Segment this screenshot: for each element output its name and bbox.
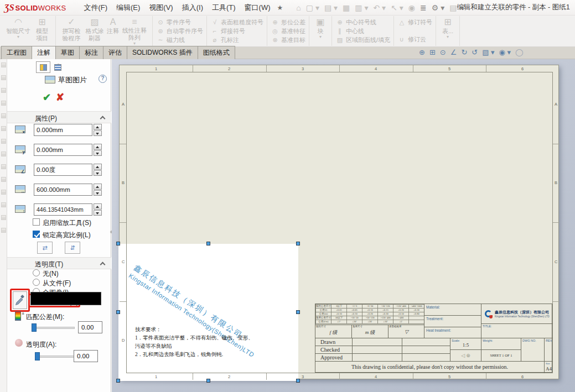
rotate-view-icon[interactable]: ↻ — [461, 48, 467, 56]
transparency-section-header[interactable]: 透明度(T) — [7, 257, 111, 269]
options-icon[interactable]: ⚙ ▾ — [432, 3, 444, 12]
select-icon[interactable]: ↖ ▾ — [391, 3, 403, 12]
hole-callout-button[interactable]: ⌀孔标注 — [210, 35, 263, 44]
side-toolbar-icon[interactable] — [1, 126, 6, 131]
y-position-input[interactable]: 0.000mm — [34, 144, 92, 156]
surface-finish-button[interactable]: √表面粗糙度符号 — [210, 18, 263, 27]
tab-evaluate[interactable]: 评估 — [103, 46, 127, 59]
drawing-sheet[interactable]: 鑫辰信息科技（深圳）有限公司 Kingstar Information Tech… — [119, 65, 559, 379]
revision-cloud-button[interactable]: ∪修订云 — [397, 35, 432, 44]
side-toolbar-icon[interactable] — [1, 139, 6, 144]
spin-up-button[interactable] — [94, 144, 102, 150]
properties-section-header[interactable]: 属性(P) — [7, 111, 111, 123]
selection-handle[interactable] — [206, 242, 210, 245]
selection-handle[interactable] — [206, 379, 210, 383]
side-toolbar-icon[interactable] — [1, 101, 6, 106]
section-view-icon[interactable]: ∠ — [450, 48, 457, 56]
note-button[interactable]: A 注释 — [106, 17, 120, 45]
pin-menu-icon[interactable]: ★ — [277, 4, 283, 12]
tab-sheet-format[interactable]: 图纸格式 — [198, 46, 235, 59]
selection-handle[interactable] — [296, 310, 300, 314]
open-icon[interactable]: ▤ ▾ — [324, 3, 338, 12]
linear-note-pattern-button[interactable]: ≡ 线性注释阵列 ▾ — [120, 17, 149, 45]
flip-horizontal-button[interactable]: ⇄ — [37, 242, 53, 254]
lock-aspect-ratio-checkbox[interactable] — [33, 231, 40, 238]
tab-annotation[interactable]: 注解 — [32, 46, 56, 59]
hide-show-items-icon[interactable]: ◉ ▾ — [499, 48, 511, 56]
configuration-tab[interactable] — [50, 61, 65, 73]
tab-drawing[interactable]: 工程图 — [1, 46, 32, 59]
weld-symbol-button[interactable]: ⌐焊接符号 — [210, 27, 263, 35]
balloon-button[interactable]: ⊙零件序号 — [156, 18, 203, 27]
center-mark-button[interactable]: ⊕中心符号线 — [335, 18, 390, 27]
spin-up-button[interactable] — [94, 203, 102, 210]
side-toolbar-icon[interactable] — [1, 164, 6, 169]
side-toolbar-icon[interactable] — [1, 215, 6, 220]
spell-checker-button[interactable]: ✓ 拼写检验程序 — [59, 17, 84, 45]
spin-down-button[interactable] — [94, 210, 102, 216]
transparency-amount-slider[interactable] — [35, 356, 75, 358]
side-toolbar-icon[interactable] — [1, 177, 6, 182]
property-manager-tab[interactable] — [36, 61, 50, 73]
magnetic-line-button[interactable]: ∼磁力线 — [156, 35, 203, 44]
spin-down-button[interactable] — [94, 130, 102, 137]
zoom-in-out-icon[interactable]: ⊙ — [440, 48, 446, 56]
redraw-icon[interactable]: ↺ — [472, 48, 478, 56]
side-toolbar-icon[interactable] — [1, 202, 6, 207]
save-icon[interactable]: ▦ — [343, 3, 350, 12]
home-icon[interactable]: ⌂ — [296, 3, 301, 12]
tab-sketch[interactable]: 草图 — [55, 46, 80, 59]
menu-tools[interactable]: 工具(T) — [208, 1, 240, 15]
datum-feature-button[interactable]: ◎基准特征 — [271, 27, 305, 35]
tables-button[interactable]: ⊞ 表... ▾ — [439, 17, 456, 45]
selection-handle[interactable] — [116, 379, 120, 383]
spin-down-button[interactable] — [94, 170, 102, 176]
file-properties-icon[interactable]: ≣ — [420, 3, 427, 12]
spin-up-button[interactable] — [94, 124, 102, 130]
tab-markup[interactable]: 标注 — [79, 46, 103, 59]
transparency-color-swatch[interactable] — [30, 292, 101, 305]
area-hatch-button[interactable]: ▨区域剖面线/填充 — [335, 35, 390, 44]
match-tolerance-input[interactable]: 0.00 — [78, 321, 102, 333]
centerline-button[interactable]: ∥中心线 — [335, 27, 390, 35]
block-button[interactable]: ▣ 块 ▾ — [313, 17, 328, 45]
transparency-none-radio[interactable] — [33, 269, 40, 276]
transparency-amount-input[interactable]: 0.00 — [74, 350, 98, 362]
spin-up-button[interactable] — [94, 184, 102, 190]
transparency-amount-slider-thumb[interactable] — [35, 352, 40, 360]
selection-handle[interactable] — [296, 242, 300, 245]
zoom-area-icon[interactable]: ⊞ — [429, 48, 436, 56]
side-toolbar-icon[interactable] — [1, 151, 6, 156]
spin-down-button[interactable] — [94, 150, 102, 156]
help-icon[interactable]: ? — [99, 75, 107, 83]
flip-vertical-button[interactable]: ⇵ — [65, 242, 80, 254]
revision-symbol-button[interactable]: △修订符号 — [397, 18, 432, 27]
ok-button[interactable]: ✔ — [43, 91, 51, 103]
side-toolbar-icon[interactable] — [1, 75, 6, 80]
side-toolbar-icon[interactable] — [1, 113, 6, 118]
menu-window[interactable]: 窗口(W) — [240, 1, 275, 15]
side-toolbar-icon[interactable] — [1, 62, 6, 67]
spin-up-button[interactable] — [94, 164, 102, 170]
menu-view[interactable]: 视图(V) — [144, 1, 177, 15]
menu-edit[interactable]: 编辑(E) — [112, 1, 144, 15]
menu-file[interactable]: 文件(F) — [79, 1, 112, 15]
side-toolbar-icon[interactable] — [1, 190, 6, 195]
print-icon[interactable]: ▥ ▾ — [355, 3, 368, 12]
selection-handle[interactable] — [296, 379, 300, 383]
width-input[interactable]: 600.000mm — [34, 184, 92, 196]
enable-scale-tool-checkbox[interactable] — [33, 218, 40, 226]
smart-dimension-button[interactable]: ◠ 智能尺寸 ▾ — [4, 17, 32, 45]
view-settings-icon[interactable]: ◯ — [515, 48, 524, 56]
rotation-angle-input[interactable]: 0.00度 — [34, 164, 92, 176]
format-painter-button[interactable]: ▨ 格式涂刷器 — [84, 17, 106, 45]
graphics-viewport[interactable]: 鑫辰信息科技（深圳）有限公司 Kingstar Information Tech… — [112, 59, 575, 392]
task-pane-icon[interactable]: ▤ — [449, 3, 457, 12]
geometric-tolerance-button[interactable]: ⊕形位公差 — [271, 18, 305, 27]
match-tolerance-slider[interactable] — [32, 327, 75, 329]
side-toolbar-icon[interactable] — [1, 88, 6, 93]
transparency-from-file-radio[interactable] — [33, 279, 40, 286]
height-input[interactable]: 446.13541043mm — [34, 203, 92, 216]
spin-down-button[interactable] — [94, 190, 102, 196]
menu-insert[interactable]: 插入(I) — [178, 1, 208, 15]
